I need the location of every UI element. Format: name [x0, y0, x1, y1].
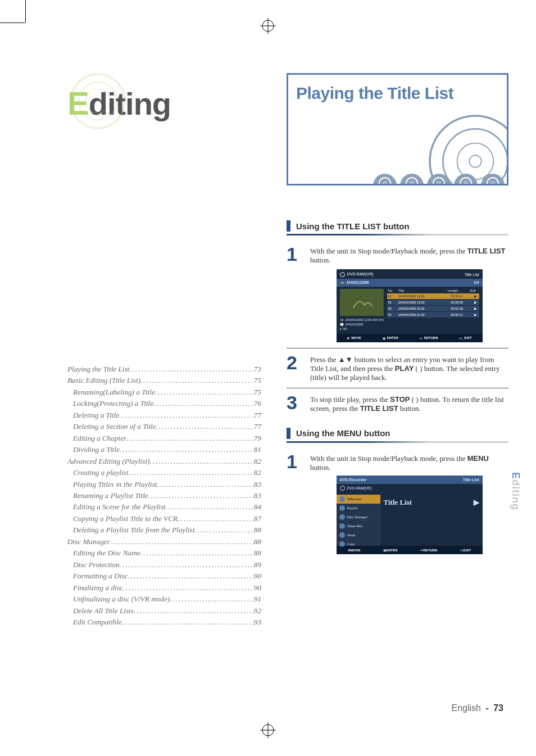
step-body: With the unit in Stop mode/Playback mode…	[310, 452, 508, 554]
osd-thumbnail	[340, 289, 384, 316]
section-title: Editing	[67, 84, 261, 122]
osd-screen-name: Title List	[465, 273, 479, 277]
toc-dots: ........................................…	[165, 501, 253, 513]
toc-row: Basic Editing (Title List)..............…	[67, 375, 261, 386]
toc-label: Delete All Title Lists	[73, 605, 134, 617]
toc-row: Copying a Playlist Title to the VCR.....…	[67, 513, 261, 524]
toc-page: 92	[254, 605, 261, 617]
osd-row: 04JAN/01/2006 01:3000:00:11▶	[387, 312, 479, 318]
toc-row: Locking(Protecting) a Title.............…	[67, 398, 261, 409]
toc-dots: ........................................…	[140, 375, 254, 386]
toc-page: 93	[254, 617, 261, 628]
toc-dots: ........................................…	[119, 410, 254, 421]
osd-menu-item: Timer Rec.	[337, 522, 380, 531]
toc-label: Formatting a Disc	[73, 571, 128, 582]
toc-dots: ........................................…	[120, 559, 254, 571]
toc-dots: ........................................…	[129, 364, 254, 375]
toc-label: Deleting a Title	[73, 410, 119, 421]
osd-menu-item: Copy	[337, 540, 380, 549]
toc-page: 87	[254, 513, 261, 524]
toc-dots: ........................................…	[140, 547, 254, 559]
toc-label: Copying a Playlist Title to the VCR	[73, 513, 178, 524]
osd-row: 01JAN/01/2006 12:0000:00:11▶	[387, 293, 479, 299]
toc-dots: ........................................…	[122, 617, 254, 628]
osd-row: 03JAN/01/2006 01:0000:01:36▶	[387, 306, 479, 311]
format-badge: DVD-RW	[400, 174, 424, 185]
toc-page: 83	[254, 490, 261, 501]
osd-foot-item: ↩RETURN	[420, 336, 438, 340]
step: 3To stop title play, press the STOP ( ) …	[287, 388, 508, 419]
left-column: Editing Playing the Title List..........…	[67, 84, 261, 628]
toc-dots: ........................................…	[110, 536, 254, 547]
osd-foot-item: ◉ENTER	[383, 336, 398, 340]
toc-label: Disc Protection	[73, 559, 120, 571]
toc-dots: ........................................…	[155, 387, 254, 398]
toc-row: Playing Titles in the Playlist..........…	[67, 479, 261, 490]
toc-page: 75	[254, 387, 261, 398]
side-tab-rest: diting	[510, 479, 521, 510]
toc-dots: ........................................…	[178, 513, 254, 524]
side-tab-cap: E	[510, 472, 521, 479]
toc-row: Dividing a Title........................…	[67, 444, 261, 455]
format-badge: DVD-RAM	[373, 174, 397, 185]
toc-label: Editing the Disc Name	[73, 547, 140, 559]
subheading: Using the TITLE LIST button	[287, 220, 508, 232]
format-badge: DVD+RW	[454, 174, 478, 185]
side-tab-editing: Editing	[510, 472, 521, 510]
toc-label: Editing a Chapter	[73, 433, 126, 444]
toc-page: 89	[254, 559, 261, 571]
toc-row: Deleting a Section of a Title...........…	[67, 421, 261, 432]
subheading-text: Using the MENU button	[296, 428, 390, 438]
svg-point-12	[469, 155, 482, 168]
osd-foot-item: ✥MOVE	[347, 336, 361, 340]
toc-label: Basic Editing (Title List)	[67, 375, 140, 386]
toc-label: Finalizing a disc	[73, 582, 123, 594]
osd-foot-item: ▭EXIT	[459, 336, 471, 340]
toc-label: Creating a playlist	[73, 467, 128, 478]
toc-row: Playing the Title List..................…	[67, 364, 261, 375]
toc-row: Editing a Chapter.......................…	[67, 433, 261, 444]
toc-row: Editing a Scene for the Playlist........…	[67, 501, 261, 513]
footer-lang: English	[451, 703, 480, 713]
osd-menu: DVD-RecorderTitle ListDVD-RAM(VR)Title L…	[337, 476, 483, 554]
toc-dots: ........................................…	[194, 524, 253, 536]
subheading-rule	[287, 234, 508, 236]
toc-dots: ........................................…	[153, 398, 254, 409]
toc-label: Deleting a Playlist Title from the Playl…	[73, 524, 194, 536]
toc-row: Editing the Disc Name...................…	[67, 547, 261, 559]
toc-dots: ........................................…	[170, 594, 254, 605]
step-number: 2	[287, 353, 302, 372]
step-body: Press the ▲▼ buttons to select an entry …	[310, 353, 508, 382]
subheading-bar-icon	[287, 220, 290, 232]
step-number: 1	[287, 452, 302, 471]
toc-dots: ........................................…	[156, 421, 254, 432]
toc-page: 90	[254, 571, 261, 582]
osd-row: 02JAN/01/2006 12:3000:00:09▶	[387, 300, 479, 305]
panel-title: Playing the Title List	[296, 84, 499, 103]
toc-row: Edit Compatible.........................…	[67, 617, 261, 628]
footer-page-number: 73	[493, 703, 503, 713]
toc-dots: ........................................…	[150, 456, 254, 467]
osd-menu-item: Setup	[337, 531, 380, 540]
toc-row: Delete All Title Lists..................…	[67, 605, 261, 617]
crop-mark	[0, 22, 25, 23]
toc-page: 76	[254, 398, 261, 409]
step: 1With the unit in Stop mode/Playback mod…	[287, 240, 508, 348]
toc-row: Creating a playlist.....................…	[67, 467, 261, 478]
osd-menu-item: Disc Manager	[337, 513, 380, 522]
toc-row: Deleting a Playlist Title from the Playl…	[67, 524, 261, 536]
toc-label: Unfinalizing a disc (V/VR mode)	[73, 594, 170, 605]
toc-page: 91	[254, 594, 261, 605]
osd-foot-item: ▭EXIT	[460, 548, 471, 552]
toc-dots: ........................................…	[128, 467, 253, 478]
crop-mark	[25, 0, 26, 22]
osd-menu-item: Title List	[337, 495, 380, 504]
toc-label: Edit Compatible	[73, 617, 122, 628]
toc-dots: ........................................…	[134, 605, 254, 617]
toc-page: 88	[254, 536, 261, 547]
table-of-contents: Playing the Title List..................…	[67, 364, 261, 628]
format-badge: DVD+R	[481, 174, 505, 185]
format-badges: DVD-RAMDVD-RWDVD-RDVD+RWDVD+R	[288, 174, 507, 185]
toc-page: 81	[254, 444, 261, 455]
step: 2Press the ▲▼ buttons to select an entry…	[287, 348, 508, 388]
